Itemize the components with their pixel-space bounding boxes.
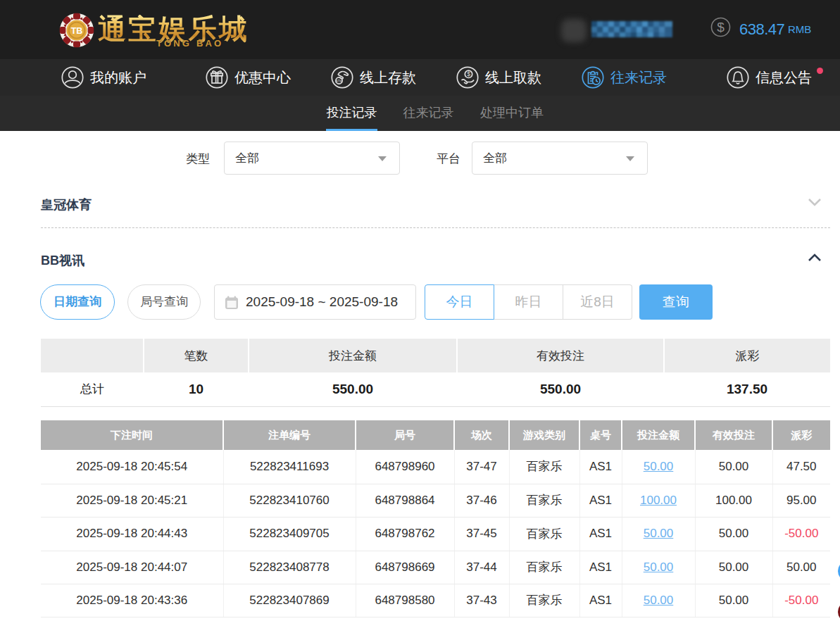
svg-text:ATM: ATM [336, 80, 343, 83]
svg-text:TB: TB [71, 26, 83, 36]
svg-text:$: $ [717, 20, 725, 34]
svg-text:$: $ [467, 70, 470, 77]
